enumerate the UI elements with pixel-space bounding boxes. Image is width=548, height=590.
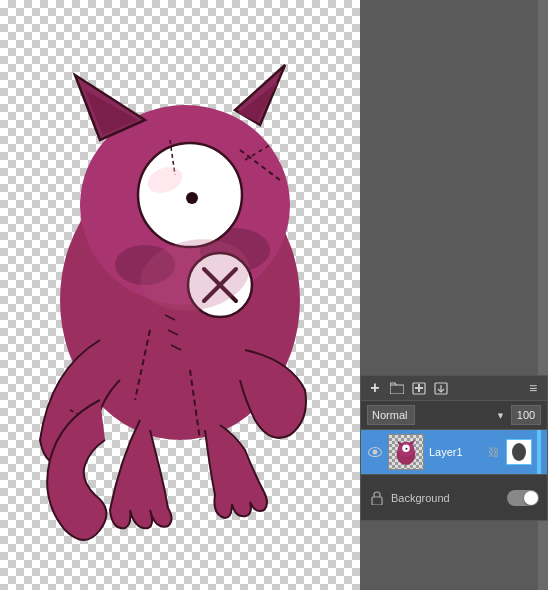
layer1-name: Layer1 <box>429 446 480 458</box>
canvas-area: + ≡ <box>0 0 548 590</box>
new-layer-button[interactable] <box>411 380 427 396</box>
svg-marker-33 <box>409 440 416 445</box>
svg-rect-24 <box>390 385 404 394</box>
new-folder-button[interactable] <box>389 380 405 396</box>
menu-button[interactable]: ≡ <box>525 380 541 396</box>
blend-mode-select[interactable]: Normal Multiply Screen Overlay <box>367 405 415 425</box>
cat-svg <box>20 20 340 570</box>
layer1-mask-thumbnail <box>506 439 532 465</box>
blend-mode-row: Normal Multiply Screen Overlay ▾ 100 <box>361 401 547 430</box>
layer1-visibility-toggle[interactable] <box>367 444 383 460</box>
background-layer-row[interactable]: Background <box>361 474 547 520</box>
layers-panel: + ≡ <box>360 375 548 521</box>
eye-icon <box>368 447 382 457</box>
chain-icon: ⛓ <box>485 444 501 460</box>
export-button[interactable] <box>433 380 449 396</box>
svg-rect-36 <box>372 497 382 505</box>
svg-rect-27 <box>418 384 420 392</box>
background-toggle-knob <box>524 491 538 505</box>
background-layer-name: Background <box>391 492 501 504</box>
blend-mode-wrapper: Normal Multiply Screen Overlay ▾ <box>367 405 507 425</box>
layer1-row[interactable]: Layer1 ⛓ <box>361 430 547 474</box>
svg-point-35 <box>406 448 408 450</box>
layer1-thumbnail <box>388 434 424 470</box>
add-layer-button[interactable]: + <box>367 380 383 396</box>
svg-point-9 <box>186 192 198 204</box>
layer1-thumb-cat <box>392 438 420 466</box>
layers-toolbar: + ≡ <box>361 376 547 401</box>
cat-illustration <box>0 0 360 590</box>
layer1-accent-bar <box>537 430 541 474</box>
background-toggle[interactable] <box>507 490 539 506</box>
opacity-input[interactable]: 100 <box>511 405 541 425</box>
lock-icon <box>369 490 385 506</box>
